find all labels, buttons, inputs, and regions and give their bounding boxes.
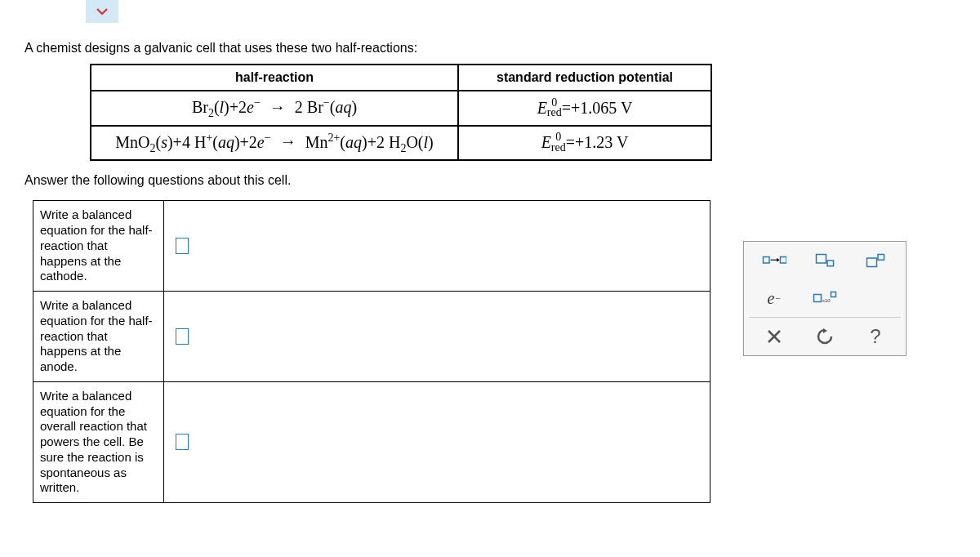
tool-panel: e− x10 ? [743, 241, 906, 356]
header-potential: standard reduction potential [458, 65, 711, 91]
field-cathode[interactable] [163, 201, 710, 292]
field-overall[interactable] [163, 381, 710, 502]
intro-text: A chemist designs a galvanic cell that u… [24, 41, 956, 56]
superscript-icon [863, 251, 888, 270]
svg-rect-7 [878, 255, 884, 261]
input-cathode[interactable] [176, 238, 189, 254]
svg-text:x10: x10 [822, 298, 831, 303]
reset-button[interactable] [808, 324, 841, 349]
svg-rect-8 [814, 295, 822, 302]
reaction-arrow-button[interactable] [758, 248, 791, 273]
collapse-tab[interactable] [86, 0, 118, 23]
superscript-button[interactable] [859, 248, 892, 273]
reaction-arrow-icon [762, 251, 786, 270]
svg-marker-13 [823, 328, 827, 333]
svg-rect-3 [781, 257, 787, 264]
state-subscript-icon [813, 251, 837, 270]
header-half-reaction: half-reaction [91, 65, 458, 91]
spacer [859, 286, 892, 310]
reaction-row-1: Br2(l)+2e− → 2 Br−(aq) [91, 91, 458, 126]
close-icon [762, 327, 786, 346]
field-anode[interactable] [163, 292, 710, 382]
input-anode[interactable] [176, 328, 189, 345]
help-button[interactable]: ? [859, 324, 892, 349]
svg-rect-10 [831, 292, 836, 297]
reset-icon [813, 327, 837, 346]
electron-button[interactable]: e− [758, 286, 791, 310]
prompt-overall: Write a balanced equation for the overal… [33, 381, 164, 502]
prompt-anode: Write a balanced equation for the half-r… [33, 292, 164, 382]
input-overall[interactable] [176, 434, 189, 450]
after-text: Answer the following questions about thi… [24, 173, 956, 188]
prompt-cathode: Write a balanced equation for the half-r… [33, 201, 164, 292]
potential-row-1: E0red=+1.065 V [458, 91, 711, 126]
close-button[interactable] [758, 324, 791, 349]
svg-rect-0 [764, 257, 770, 264]
chevron-down-icon [95, 4, 109, 19]
answers-table: Write a balanced equation for the half-r… [33, 200, 710, 503]
sci-notation-icon: x10 [813, 288, 837, 308]
svg-rect-4 [817, 255, 826, 264]
svg-rect-5 [827, 261, 834, 266]
reaction-row-2: MnO2(s)+4 H+(aq)+2e− → Mn2+(aq)+2 H2O(l) [91, 126, 458, 161]
potential-row-2: E0red=+1.23 V [458, 126, 711, 161]
half-reaction-table: half-reaction standard reduction potenti… [90, 64, 712, 161]
svg-rect-6 [867, 258, 877, 267]
sci-notation-button[interactable]: x10 [808, 286, 841, 310]
state-subscript-button[interactable] [808, 248, 841, 273]
svg-marker-2 [777, 258, 780, 262]
